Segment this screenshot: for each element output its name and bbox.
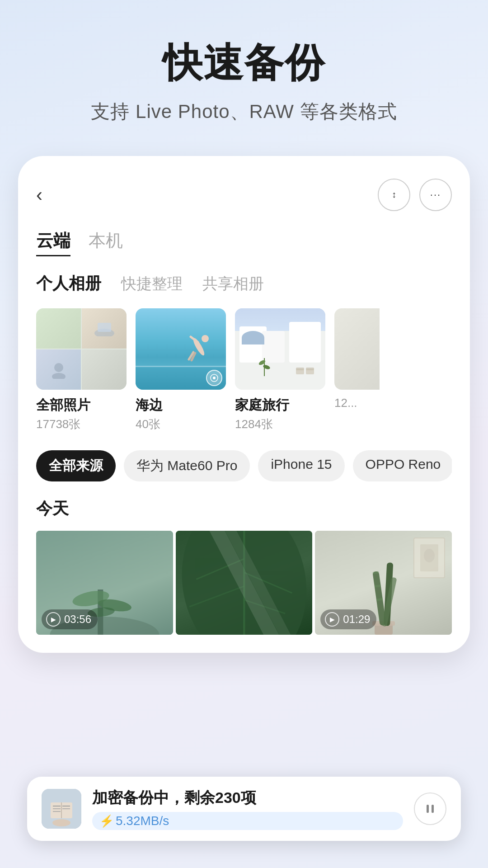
album-thumb-all xyxy=(36,308,127,390)
photo-cell-2[interactable] xyxy=(176,531,313,635)
svg-rect-51 xyxy=(427,805,429,813)
pause-button[interactable] xyxy=(414,793,446,825)
photo-cell-1[interactable]: ▶ 03:56 xyxy=(36,531,173,635)
play-icon-1: ▶ xyxy=(46,612,61,627)
sort-icon-button[interactable]: ↕ xyxy=(378,179,410,211)
photo-grid: ▶ 03:56 xyxy=(36,531,452,635)
svg-point-14 xyxy=(263,364,271,370)
album-count-trip: 1284张 xyxy=(235,416,325,432)
today-section-title: 今天 xyxy=(36,498,452,520)
video-duration-3: 01:29 xyxy=(343,613,370,626)
hero-subtitle: 支持 Live Photo、RAW 等各类格式 xyxy=(27,99,461,124)
backup-speed: 5.32MB/s xyxy=(116,814,169,828)
sub-tab-personal[interactable]: 个人相册 xyxy=(36,273,101,295)
album-item-all[interactable]: 全部照片 17738张 xyxy=(36,308,127,432)
tab-local[interactable]: 本机 xyxy=(89,229,123,256)
thumb-cell-2 xyxy=(82,308,127,349)
svg-rect-16 xyxy=(296,368,304,370)
tab-cloud[interactable]: 云端 xyxy=(36,229,70,256)
chip-oppo[interactable]: OPPO Reno xyxy=(353,450,452,481)
album-item-trip[interactable]: 家庭旅行 1284张 xyxy=(235,308,325,432)
album-count-partial: 12... xyxy=(334,396,380,410)
svg-rect-18 xyxy=(306,368,314,370)
main-tabs: 云端 本机 xyxy=(36,229,452,256)
sub-tab-quick[interactable]: 快捷整理 xyxy=(121,274,183,294)
svg-text:↕: ↕ xyxy=(392,189,396,199)
thumb-cell-4 xyxy=(82,349,127,390)
backup-bar: 加密备份中，剩余230项 ⚡ 5.32MB/s xyxy=(27,777,461,841)
album-name-trip: 家庭旅行 xyxy=(235,396,325,415)
more-icon-button[interactable]: ··· xyxy=(419,179,452,211)
backup-title: 加密备份中，剩余230项 xyxy=(92,788,403,808)
nav-icons: ↕ ··· xyxy=(378,179,452,211)
video-duration-1: 03:56 xyxy=(64,613,91,626)
album-thumb-beach xyxy=(136,308,226,390)
source-chips: 全部来源 华为 Mate60 Pro iPhone 15 OPPO Reno xyxy=(36,450,452,481)
video-badge-1: ▶ 03:56 xyxy=(42,609,98,629)
album-item-partial[interactable]: 12... xyxy=(334,308,380,432)
backup-thumbnail xyxy=(42,789,81,829)
hero-title: 快速备份 xyxy=(27,36,461,90)
thumb-cell-3 xyxy=(36,349,81,390)
chip-all-sources[interactable]: 全部来源 xyxy=(36,450,116,481)
play-icon-3: ▶ xyxy=(325,612,339,627)
svg-point-13 xyxy=(258,359,266,366)
album-item-beach[interactable]: 海边 40张 xyxy=(136,308,226,432)
chip-iphone[interactable]: iPhone 15 xyxy=(258,450,344,481)
album-count-beach: 40张 xyxy=(136,416,226,432)
album-partial-thumb xyxy=(334,308,380,390)
hero-section: 快速备份 支持 Live Photo、RAW 等各类格式 xyxy=(0,0,488,147)
svg-rect-2 xyxy=(98,323,111,332)
svg-point-3 xyxy=(52,373,66,379)
video-badge-3: ▶ 01:29 xyxy=(320,609,376,629)
backup-info: 加密备份中，剩余230项 ⚡ 5.32MB/s xyxy=(92,788,403,830)
album-thumb-trip xyxy=(235,308,325,390)
app-card: ‹ ↕ ··· 云端 本机 个人相册 快捷整理 共享相册 xyxy=(18,156,470,653)
back-button[interactable]: ‹ xyxy=(36,184,42,206)
chip-huawei[interactable]: 华为 Mate60 Pro xyxy=(124,450,250,481)
sync-icon xyxy=(206,370,222,386)
svg-point-11 xyxy=(213,377,216,379)
svg-point-4 xyxy=(54,363,63,372)
lightning-icon: ⚡ xyxy=(99,814,114,828)
album-count-all: 17738张 xyxy=(36,416,127,432)
album-grid: 全部照片 17738张 xyxy=(36,308,452,432)
photo-cell-3[interactable]: ▶ 01:29 xyxy=(315,531,452,635)
svg-point-6 xyxy=(202,335,209,342)
speed-badge: ⚡ 5.32MB/s xyxy=(92,812,403,830)
nav-bar: ‹ ↕ ··· xyxy=(36,179,452,211)
sub-tab-shared[interactable]: 共享相册 xyxy=(202,274,264,294)
svg-rect-52 xyxy=(432,805,434,813)
thumb-cell-1 xyxy=(36,308,81,349)
sub-tabs: 个人相册 快捷整理 共享相册 xyxy=(36,273,452,295)
svg-point-41 xyxy=(424,549,435,562)
svg-point-50 xyxy=(52,819,70,826)
album-name-all: 全部照片 xyxy=(36,396,127,415)
album-name-beach: 海边 xyxy=(136,396,226,415)
